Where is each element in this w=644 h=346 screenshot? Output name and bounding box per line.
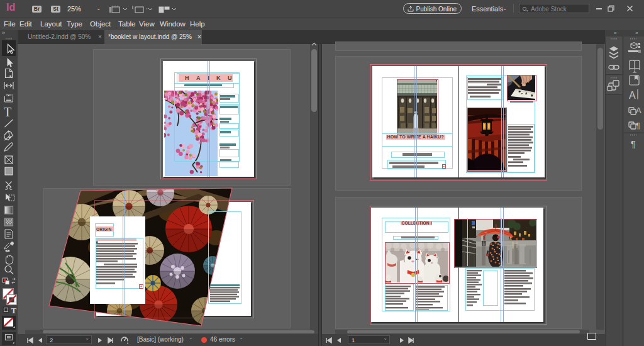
svg-text:T: T: [4, 105, 11, 119]
svg-text:A: A: [636, 106, 641, 115]
svg-text:¶: ¶: [636, 121, 640, 130]
svg-text:¶: ¶: [631, 139, 636, 149]
svg-text:A: A: [629, 90, 636, 101]
svg-text:T: T: [11, 306, 17, 315]
